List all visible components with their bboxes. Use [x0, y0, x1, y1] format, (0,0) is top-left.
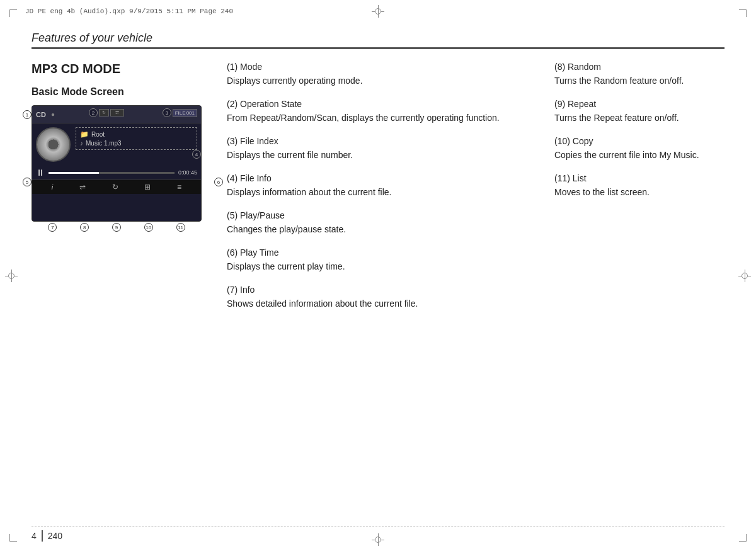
folder-name: Root [91, 131, 105, 138]
num-8-label: 8 [80, 223, 89, 232]
feature-item: (8) Random Turns the Random feature on/o… [554, 62, 724, 88]
op-icon-2: ⇌ [110, 109, 124, 116]
progress-bar [49, 172, 175, 174]
feature-label: (3) File Index [227, 136, 536, 146]
feature-item: (5) Play/Pause Changes the play/pause st… [227, 210, 536, 236]
file-info-area: 📁 Root ♪ Music 1.mp3 4 [76, 127, 197, 152]
feature-desc: Displays currently operating mode. [227, 74, 536, 88]
cd-disc [36, 127, 71, 162]
num-10-label: 10 [144, 223, 153, 232]
cd-btn-repeat[interactable]: ↻ [112, 183, 118, 191]
cd-play-row: ⏸ 0:00:45 [32, 166, 201, 179]
file-num: 001 [186, 110, 195, 116]
feature-desc: Turns the Repeat feature on/off. [554, 111, 724, 125]
mid-column: (1) Mode Displays currently operating mo… [227, 62, 554, 322]
cd-player-screen: CD ● 2 ↻ ⇌ 3 [32, 105, 202, 222]
feature-item: (11) List Moves to the list screen. [554, 173, 724, 199]
feature-label: (1) Mode [227, 62, 536, 72]
main-content: MP3 CD MODE Basic Mode Screen 1 CD ● 2 [32, 62, 724, 322]
feature-label: (10) Copy [554, 136, 724, 146]
corner-mark-tl [9, 9, 17, 17]
cd-btn-shuffle[interactable]: ⇌ [79, 183, 86, 191]
cd-btn-copy[interactable]: ⊞ [144, 183, 151, 191]
feature-item: (10) Copy Copies the current file into M… [554, 136, 724, 162]
feature-item: (9) Repeat Turns the Repeat feature on/o… [554, 99, 724, 125]
cd-folder-row: 📁 Root [80, 130, 193, 139]
cd-topbar: CD ● 2 ↻ ⇌ 3 [32, 106, 201, 123]
reg-mark-right [738, 270, 751, 282]
progress-fill [49, 172, 99, 174]
section-title: MP3 CD MODE [32, 62, 214, 76]
print-info-line: JD PE eng 4b (Audio).qxp 9/9/2015 5:11 P… [25, 8, 731, 15]
feature-item: (1) Mode Displays currently operating mo… [227, 62, 536, 88]
cd-button-row: i ⇌ ↻ ⊞ ≡ [32, 179, 201, 194]
num2-area: 2 ↻ ⇌ [89, 108, 124, 117]
feature-desc: From Repeat/Random/Scan, displays the cu… [227, 111, 536, 125]
num-1-label: 1 [23, 110, 32, 119]
subsection-title: Basic Mode Screen [32, 86, 214, 98]
corner-mark-br [739, 534, 747, 542]
feature-label: (7) Info [227, 285, 536, 295]
feature-label: (9) Repeat [554, 99, 724, 109]
cd-btn-list[interactable]: ≡ [177, 183, 181, 191]
feature-label: (5) Play/Pause [227, 210, 536, 220]
feature-desc: Copies the current file into My Music. [554, 149, 724, 162]
num-2-circle: 2 [89, 108, 98, 117]
num-4-circle: 4 [192, 150, 201, 159]
right-features-list: (8) Random Turns the Random feature on/o… [554, 62, 724, 199]
feature-item: (2) Operation State From Repeat/Random/S… [227, 99, 536, 125]
num-9-label: 9 [112, 223, 121, 232]
cd-main-area: 📁 Root ♪ Music 1.mp3 4 [32, 123, 201, 166]
music-icon: ♪ [80, 140, 83, 147]
feature-desc: Changes the play/pause state. [227, 223, 536, 236]
cd-label: CD [36, 111, 46, 118]
mid-features-list: (1) Mode Displays currently operating mo… [227, 62, 536, 310]
num-11-label: 11 [176, 223, 185, 232]
feature-desc: Displays the current play time. [227, 260, 536, 273]
feature-label: (6) Play Time [227, 247, 536, 258]
num-3-circle: 3 [163, 108, 171, 117]
feature-desc: Shows detailed information about the cur… [227, 297, 536, 310]
feature-label: (11) List [554, 173, 724, 183]
file-index-badge: FILE 001 [173, 109, 197, 117]
page-title: Features of your vehicle [32, 31, 152, 44]
num-6-label: 6 [214, 178, 223, 186]
num-7-label: 7 [48, 223, 57, 232]
right-column: (8) Random Turns the Random feature on/o… [554, 62, 724, 322]
footer-num-main: 4 [32, 531, 37, 541]
play-icon: ⏸ [36, 168, 45, 178]
feature-label: (4) File Info [227, 173, 536, 183]
feature-item: (7) Info Shows detailed information abou… [227, 285, 536, 310]
footer-num-sub: 240 [48, 531, 62, 541]
cd-filename-row: ♪ Music 1.mp3 [80, 140, 193, 147]
footer-page-number: 4 240 [32, 530, 62, 542]
reg-mark-left [5, 270, 18, 282]
page-content: Features of your vehicle MP3 CD MODE Bas… [32, 31, 724, 516]
feature-desc: Displays information about the current f… [227, 186, 536, 199]
time-display: 0:00:45 [178, 169, 197, 176]
num3-area: 3 FILE 001 [163, 108, 197, 117]
feature-item: (4) File Info Displays information about… [227, 173, 536, 199]
feature-label: (8) Random [554, 62, 724, 72]
page-header: Features of your vehicle [32, 31, 724, 49]
feature-desc: Moves to the list screen. [554, 186, 724, 199]
operation-icons: ↻ ⇌ [99, 109, 124, 116]
cd-btn-info[interactable]: i [52, 183, 53, 191]
corner-mark-bl [9, 534, 17, 542]
left-column: MP3 CD MODE Basic Mode Screen 1 CD ● 2 [32, 62, 227, 322]
op-icon-1: ↻ [99, 109, 109, 116]
feature-label: (2) Operation State [227, 99, 536, 109]
corner-mark-tr [739, 9, 747, 17]
feature-item: (3) File Index Displays the current file… [227, 136, 536, 162]
player-number-labels: 7 8 9 10 11 [32, 222, 202, 232]
cd-file-box: 📁 Root ♪ Music 1.mp3 [76, 127, 197, 150]
file-label: FILE [175, 110, 186, 116]
feature-desc: Displays the current file number. [227, 149, 536, 162]
cd-player-container: 1 CD ● 2 ↻ ⇌ [32, 105, 214, 232]
footer-divider [42, 530, 43, 542]
folder-icon: 📁 [80, 130, 89, 139]
num-5-label: 5 [23, 178, 32, 186]
feature-item: (6) Play Time Displays the current play … [227, 247, 536, 273]
filename: Music 1.mp3 [86, 140, 122, 147]
feature-desc: Turns the Random feature on/off. [554, 74, 724, 88]
